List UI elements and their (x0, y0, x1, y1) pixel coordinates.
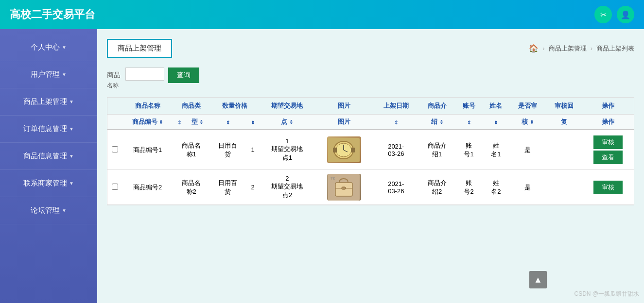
row1-realname: 姓名1 (483, 130, 510, 170)
bag-image: 7€ (327, 174, 361, 201)
breadcrumb-item-2: 商品上架列表 (596, 44, 634, 53)
col-acc-sort[interactable]: ⇕ (455, 115, 483, 130)
row1-checkbox-cell (107, 130, 122, 170)
svg-text:7€: 7€ (331, 176, 335, 181)
row1-date: 2021-03-26 (373, 130, 419, 170)
row2-name: 商品名称2 (173, 170, 209, 205)
row1-image (314, 130, 373, 170)
col-review-sort[interactable]: 核 ⇕ (509, 115, 546, 130)
col-op-header: 操作 (582, 115, 634, 130)
breadcrumb: 🏠 › 商品上架管理 › 商品上架列表 (529, 44, 634, 53)
scroll-up-button[interactable]: ▲ (529, 271, 547, 288)
col-reply-sort[interactable]: 复 (546, 115, 582, 130)
row1-name: 商品名称1 (173, 130, 209, 170)
row2-actions: 审核 (582, 170, 634, 205)
home-icon[interactable]: 🏠 (529, 44, 539, 53)
watermark: CSDN @一瓢瓜瓤甘甜水 (574, 290, 639, 298)
col-price-sort[interactable]: ⇕ (246, 115, 260, 130)
layout: 个人中心 ▼ 用户管理 ▼ 商品上架管理 ▼ 订单信息管理 ▼ 商品信息管理 ▼… (0, 29, 644, 303)
col-image: 图片 (314, 98, 373, 115)
col-account: 账号 (455, 98, 483, 115)
row2-date: 2021-03-26 (373, 170, 419, 205)
svg-rect-5 (333, 148, 337, 152)
chevron-down-icon: ▼ (62, 45, 67, 50)
sidebar-item-label: 商品上架管理 (23, 97, 67, 106)
row1-approved: 是 (509, 130, 546, 170)
row1-id: 商品编号1 (122, 130, 173, 170)
col-type-sort[interactable]: 型 ⇕ (185, 115, 209, 130)
row2-approved: 是 (509, 170, 546, 205)
row1-quantity: 1 (246, 130, 260, 170)
col-name-sort[interactable]: ⇕ (483, 115, 510, 130)
col-review: 审核回 (546, 98, 582, 115)
sidebar-item-label: 论坛管理 (31, 206, 60, 215)
row1-price: 1期望交易地点1 (260, 130, 314, 170)
col-id-sort[interactable]: 商品编号 ⇕ (122, 115, 173, 130)
row2-image: 7€ (314, 170, 373, 205)
col-name: 姓名 (483, 98, 510, 115)
row1-account: 账号1 (455, 130, 483, 170)
sidebar-item-label: 用户管理 (31, 70, 60, 79)
row2-account: 账号2 (455, 170, 483, 205)
row1-intro: 商品介绍1 (419, 130, 455, 170)
sidebar-item-forum[interactable]: 论坛管理 ▼ (0, 197, 97, 224)
row2-checkbox[interactable] (112, 184, 118, 190)
sidebar-item-orders[interactable]: 订单信息管理 ▼ (0, 116, 97, 143)
search-bar: 商品 名称 查询 (107, 67, 634, 90)
col-loc-sort[interactable]: 点 ⇕ (260, 115, 314, 130)
col-action: 操作 (582, 98, 634, 115)
sidebar-item-personal[interactable]: 个人中心 ▼ (0, 34, 97, 61)
table-row: 商品编号1 商品名称1 日用百货 1 1期望交易地点1 (107, 130, 634, 170)
col-qty-price: 数量价格 (209, 98, 260, 115)
col-intro-sort[interactable]: 绍 ⇕ (419, 115, 455, 130)
row2-realname: 姓名2 (483, 170, 510, 205)
col-approved: 是否审 (509, 98, 546, 115)
col-date: 上架日期 (373, 98, 419, 115)
product-table: 商品名称 商品类 数量价格 期望交易地 图片 上架日期 商品介 账号 姓名 是否… (107, 97, 634, 205)
svg-rect-10 (342, 187, 346, 189)
col-intro: 商品介 (419, 98, 455, 115)
row2-audit-button[interactable]: 审核 (593, 181, 623, 194)
sidebar-item-label: 商品信息管理 (23, 152, 67, 161)
search-button[interactable]: 查询 (168, 67, 199, 83)
sidebar-item-merchants[interactable]: 联系商家管理 ▼ (0, 170, 97, 197)
search-input[interactable] (125, 67, 164, 81)
table-header-row1: 商品名称 商品类 数量价格 期望交易地 图片 上架日期 商品介 账号 姓名 是否… (107, 98, 634, 115)
sidebar-item-products[interactable]: 商品信息管理 ▼ (0, 143, 97, 170)
table-header-row2: 商品编号 ⇕ ⇕ 型 ⇕ ⇕ ⇕ 点 ⇕ 图片 ⇕ 绍 ⇕ ⇕ ⇕ 核 ⇕ 复 … (107, 115, 634, 130)
header-icons: ✂ 👤 (594, 6, 634, 23)
col-location: 期望交易地 (260, 98, 314, 115)
scissors-icon[interactable]: ✂ (594, 6, 612, 23)
col-date-sort[interactable]: ⇕ (373, 115, 419, 130)
row2-quantity: 2 (246, 170, 260, 205)
search-label-top: 商品 (107, 67, 125, 80)
col-qty-sort[interactable]: ⇕ (209, 115, 246, 130)
row2-review-reply (546, 170, 582, 205)
row2-intro: 商品介绍2 (419, 170, 455, 205)
chevron-down-icon: ▼ (69, 99, 74, 104)
sidebar-item-label: 订单信息管理 (23, 124, 67, 134)
sidebar-item-users[interactable]: 用户管理 ▼ (0, 61, 97, 88)
row1-actions: 审核 查看 (582, 130, 634, 170)
user-icon[interactable]: 👤 (617, 6, 634, 23)
row1-audit-button[interactable]: 审核 (593, 135, 623, 149)
chevron-down-icon: ▼ (69, 126, 74, 132)
col-product-name: 商品名称 (122, 98, 173, 115)
page-title: 商品上架管理 (107, 39, 172, 58)
col-img-header: 图片 (314, 115, 373, 130)
chevron-down-icon: ▼ (62, 208, 67, 213)
row2-price: 2期望交易地点2 (260, 170, 314, 205)
search-label-bottom: 名称 (107, 82, 125, 90)
sidebar-item-label: 联系商家管理 (23, 179, 67, 188)
sidebar-item-listing[interactable]: 商品上架管理 ▼ (0, 88, 97, 116)
chevron-down-icon: ▼ (69, 181, 74, 186)
row1-view-button[interactable]: 查看 (593, 151, 623, 164)
row1-category: 日用百货 (209, 130, 246, 170)
col-category: 商品类 (173, 98, 209, 115)
row1-checkbox[interactable] (112, 146, 118, 152)
header: 高校二手交易平台 ✂ 👤 (0, 0, 644, 29)
breadcrumb-item-1: 商品上架管理 (549, 44, 587, 53)
watch-image (327, 136, 361, 163)
col-cat-sort[interactable]: ⇕ (173, 115, 185, 130)
sidebar-item-label: 个人中心 (31, 43, 60, 52)
